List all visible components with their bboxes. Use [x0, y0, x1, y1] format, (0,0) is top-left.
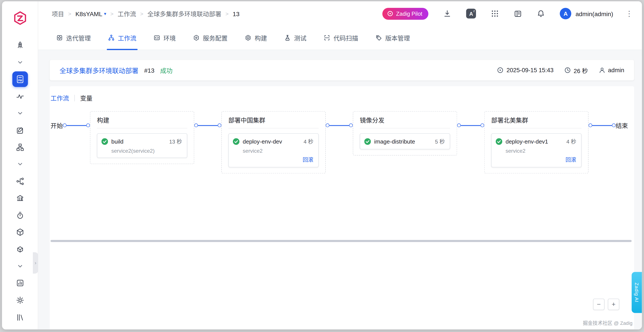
library-icon — [16, 314, 24, 322]
tab-service-config[interactable]: 服务配置 — [193, 26, 228, 50]
run-info-left: 全球多集群多环境联动部署 #13 成功 — [60, 65, 497, 75]
environment-icon — [154, 34, 160, 41]
sidebar-group-chevron-3[interactable] — [2, 156, 38, 173]
download-button[interactable] — [443, 9, 452, 18]
sidebar-group-chevron-4[interactable] — [2, 258, 38, 275]
tab-iteration[interactable]: 迭代管理 — [56, 26, 91, 50]
tab-version[interactable]: 版本管理 — [376, 26, 410, 50]
sidebar-item-environment[interactable] — [2, 190, 38, 207]
timer-icon — [16, 211, 24, 219]
sidebar-item-package[interactable] — [2, 224, 38, 241]
run-duration: 26 秒 — [564, 66, 588, 74]
breadcrumb: 项目 > K8sYAML ▾ > 工作流 > 全球多集群多环境联动部署 > 13 — [52, 9, 240, 18]
sidebar-item-report[interactable] — [2, 275, 38, 292]
stage-title: 部署北美集群 — [491, 116, 582, 128]
apps-button[interactable] — [491, 9, 499, 18]
task-service: service2 — [506, 148, 576, 154]
sidebar-item-audit[interactable] — [2, 309, 38, 326]
workflow-name-link[interactable]: 全球多集群多环境联动部署 — [60, 65, 138, 75]
sidebar-item-workflow-tree[interactable] — [2, 139, 38, 156]
tab-workflow[interactable]: 工作流 — [108, 26, 136, 50]
run-info-card: 全球多集群多环境联动部署 #13 成功 2025-09-15 15:43 26 … — [50, 60, 634, 80]
task-duration: 4 秒 — [304, 138, 314, 145]
breadcrumb-project-label: K8sYAML — [75, 10, 102, 17]
task-card-build[interactable]: build 13 秒 service2(service2) — [97, 133, 188, 158]
sidebar-expand-handle[interactable]: › — [33, 252, 38, 274]
page-body: 全球多集群多环境联动部署 #13 成功 2025-09-15 15:43 26 … — [38, 50, 642, 330]
building-icon — [16, 194, 24, 202]
zadig-logo-icon — [11, 10, 28, 28]
service-config-icon — [193, 34, 200, 41]
project-doc-icon: PM — [15, 74, 25, 84]
main-area: 项目 > K8sYAML ▾ > 工作流 > 全球多集群多环境联动部署 > 13 — [38, 1, 642, 330]
sidebar-item-pipeline[interactable] — [2, 173, 38, 190]
flow-connector — [588, 124, 616, 127]
zadig-logo[interactable] — [2, 1, 38, 37]
subtab-workflow[interactable]: 工作流 — [50, 94, 69, 102]
breadcrumb-section[interactable]: 工作流 — [118, 9, 136, 18]
breadcrumb-project-dropdown[interactable]: K8sYAML ▾ — [75, 10, 106, 17]
rollback-link[interactable]: 回滚 — [303, 157, 314, 163]
breadcrumb-workflow[interactable]: 全球多集群多环境联动部署 — [148, 9, 221, 18]
flow-connector — [326, 124, 353, 127]
user-menu[interactable]: A admin(admin) — [560, 8, 613, 19]
sidebar: PM — [2, 1, 38, 330]
stage-build: 构建 build 13 秒 service2(service2) — [90, 111, 194, 164]
run-start-time: 2025-09-15 15:43 — [497, 67, 554, 73]
active-project-tile: PM — [12, 72, 28, 87]
docs-button[interactable] — [514, 9, 522, 18]
tab-test[interactable]: 测试 — [284, 26, 306, 50]
zadig-ai-tab[interactable]: Zadig AI — [632, 272, 642, 313]
flow-end-label: 结束 — [616, 121, 628, 130]
chevron-down-icon — [17, 162, 23, 167]
sidebar-group-chevron-2[interactable] — [2, 105, 38, 122]
task-card-image-distribute[interactable]: image-distribute 5 秒 — [360, 133, 450, 149]
success-check-icon — [496, 138, 502, 145]
task-card-deploy-china[interactable]: deploy-env-dev 4 秒 service2 回滚 — [228, 133, 319, 167]
sidebar-item-settings[interactable] — [2, 292, 38, 309]
success-check-icon — [233, 138, 240, 145]
zoom-out-button[interactable]: − — [593, 299, 605, 310]
more-menu-button[interactable]: ⋮ — [624, 9, 634, 18]
sidebar-item-form[interactable] — [2, 122, 38, 139]
sidebar-group-chevron-1[interactable] — [2, 54, 38, 71]
stage-title: 构建 — [97, 116, 188, 128]
scan-icon — [324, 34, 330, 41]
task-duration: 4 秒 — [566, 138, 576, 145]
horizontal-scrollbar[interactable] — [50, 240, 632, 242]
task-name: deploy-env-dev — [243, 138, 300, 145]
sidebar-item-test[interactable] — [2, 207, 38, 224]
success-check-icon — [364, 138, 371, 145]
sidebar-item-insight[interactable] — [2, 88, 38, 105]
topbar: 项目 > K8sYAML ▾ > 工作流 > 全球多集群多环境联动部署 > 13 — [38, 1, 642, 26]
tab-code-scan[interactable]: 代码扫描 — [324, 26, 358, 50]
run-number: #13 — [144, 67, 154, 74]
run-meta: 2025-09-15 15:43 26 秒 admin — [497, 66, 624, 74]
zoom-in-button[interactable]: + — [608, 299, 619, 310]
task-card-deploy-na[interactable]: deploy-env-dev1 4 秒 service2 回滚 — [491, 133, 582, 167]
workflow-canvas: 工作流 变量 开始 构建 build 13 秒 — [50, 86, 634, 330]
stage-image-distribute: 镜像分发 image-distribute 5 秒 — [353, 111, 457, 156]
sidebar-item-project-active[interactable]: PM — [2, 71, 38, 88]
breadcrumb-root[interactable]: 项目 — [52, 9, 64, 18]
tag-icon — [376, 34, 382, 41]
zoom-controls: − + — [593, 299, 619, 310]
zadig-pilot-button[interactable]: Zadig Pilot — [382, 8, 428, 20]
task-name: deploy-env-dev1 — [506, 138, 563, 145]
tab-build[interactable]: 构建 — [245, 26, 267, 50]
iteration-icon — [56, 34, 63, 41]
rocket-icon — [16, 41, 24, 49]
notifications-button[interactable] — [537, 9, 545, 18]
flow-connector — [457, 124, 484, 127]
edit-form-icon — [16, 126, 24, 135]
rollback-link[interactable]: 回滚 — [566, 157, 576, 163]
sidebar-item-rocket[interactable] — [2, 37, 38, 54]
stage-title: 镜像分发 — [360, 116, 450, 128]
workflow-flow: 开始 构建 build 13 秒 service2(service2) — [50, 111, 634, 174]
chevron-down-icon — [17, 110, 23, 116]
translate-icon: Az — [466, 9, 476, 18]
tab-environment[interactable]: 环境 — [154, 26, 176, 50]
translate-button[interactable]: Az — [466, 9, 476, 18]
subtab-variables[interactable]: 变量 — [80, 94, 92, 102]
sidebar-item-delivery[interactable] — [2, 241, 38, 258]
